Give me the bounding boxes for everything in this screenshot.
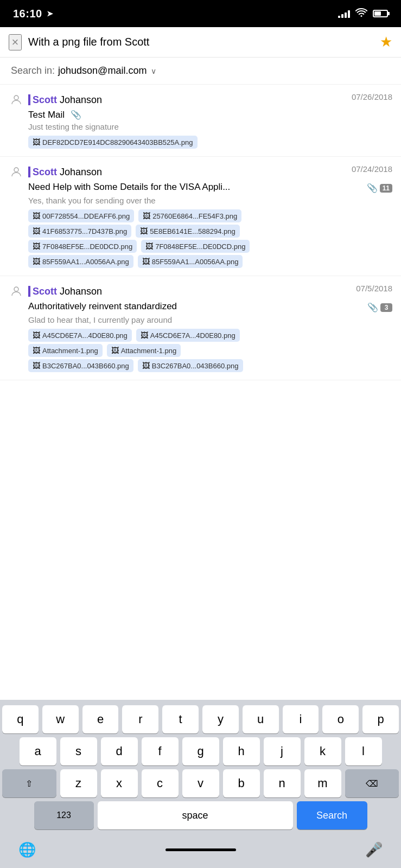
key-b[interactable]: b <box>223 769 260 797</box>
time-display: 16:10 <box>13 8 42 20</box>
close-button[interactable]: × <box>9 34 22 50</box>
key-p[interactable]: p <box>362 705 399 733</box>
home-indicator <box>166 848 236 851</box>
attachment-tag: 🖼85F559AA1...A0056AA.png <box>138 255 243 268</box>
attachment-tag: 🖼A45CD6E7A...4D0E80.png <box>28 329 132 342</box>
key-n[interactable]: n <box>264 769 301 797</box>
key-i[interactable]: i <box>283 705 319 733</box>
key-d[interactable]: d <box>101 737 138 765</box>
keyboard: q w e r t y u i o p a s d f g h j k l ⇧ … <box>0 700 401 868</box>
email-item-1[interactable]: Scott Johanson 07/26/2018 Test Mail 📎 Ju… <box>0 85 401 157</box>
signal-icon <box>338 9 350 18</box>
key-h[interactable]: h <box>223 737 260 765</box>
email-item-3[interactable]: Scott Johanson 07/5/2018 Authoritatively… <box>0 276 401 380</box>
key-l[interactable]: l <box>345 737 382 765</box>
avatar-icon-3 <box>9 284 24 299</box>
attachment-tag: 🖼B3C267BA0...043B660.png <box>28 359 133 372</box>
keyboard-row-4: 123 space Search <box>2 801 399 829</box>
key-c[interactable]: c <box>142 769 179 797</box>
numbers-key[interactable]: 123 <box>34 801 94 829</box>
attachment-tag: 🖼00F728554...DDEAFF6.png <box>28 209 134 222</box>
battery-icon <box>373 10 388 17</box>
key-u[interactable]: u <box>243 705 279 733</box>
attachments-row-2-2: 🖼41F6853775...7D437B.png 🖼5E8EB6141E...5… <box>28 225 392 238</box>
key-s[interactable]: s <box>60 737 97 765</box>
key-t[interactable]: t <box>162 705 199 733</box>
attachments-row-3-1: 🖼A45CD6E7A...4D0E80.png 🖼A45CD6E7A...4D0… <box>28 329 392 342</box>
avatar-icon-2 <box>9 164 24 180</box>
key-a[interactable]: a <box>20 737 56 765</box>
badge-2: 11 <box>380 184 392 193</box>
sender-row-3: Scott Johanson <box>9 284 102 299</box>
attachments-row-3-2: 🖼Attachment-1.png 🖼Attachment-1.png <box>28 344 392 357</box>
shift-key[interactable]: ⇧ <box>2 769 56 797</box>
email-preview-2: Yes, thank you for sending over the <box>9 196 392 205</box>
search-key[interactable]: Search <box>297 801 367 829</box>
microphone-icon[interactable]: 🎤 <box>365 841 383 858</box>
svg-point-0 <box>14 95 18 100</box>
globe-icon[interactable]: 🌐 <box>18 841 36 858</box>
email-date-row-3: 07/5/2018 <box>351 284 392 293</box>
search-bar: × ★ <box>0 27 401 58</box>
email-subject-2: Need Help with Some Details for the VISA… <box>28 182 230 193</box>
search-in-row[interactable]: Search in: johudson@mail.com ∨ <box>0 58 401 85</box>
attachments-grid-3: 🖼A45CD6E7A...4D0E80.png 🖼A45CD6E7A...4D0… <box>9 329 392 372</box>
key-z[interactable]: z <box>60 769 97 797</box>
attachment-tag: 🖼85F559AA1...A0056AA.png <box>28 255 133 268</box>
chevron-down-icon: ∨ <box>151 67 156 75</box>
clip-icon-3: 📎 <box>367 302 378 312</box>
key-g[interactable]: g <box>182 737 219 765</box>
sender-name-3: Scott Johanson <box>28 286 102 297</box>
search-input[interactable] <box>28 36 373 48</box>
status-time: 16:10 ➤ <box>13 8 53 20</box>
key-f[interactable]: f <box>142 737 179 765</box>
attachment-tag: 🖼5E8EB6141E...588294.png <box>136 225 240 238</box>
keyboard-row-3: ⇧ z x c v b n m ⌫ <box>2 769 399 797</box>
key-m[interactable]: m <box>304 769 341 797</box>
svg-point-1 <box>14 168 18 172</box>
attachments-grid: 🖼 DEF82DCD7E914DC88290643403BB525A.png <box>9 136 392 149</box>
attachment-tag: 🖼 DEF82DCD7E914DC88290643403BB525A.png <box>28 136 198 149</box>
attachments-row-2-3: 🖼7F0848EF5E...DE0DCD.png 🖼7F0848EF5E...D… <box>28 240 392 253</box>
attachment-tag: 🖼7F0848EF5E...DE0DCD.png <box>28 240 137 253</box>
svg-point-2 <box>14 287 18 291</box>
attachment-tag: 🖼Attachment-1.png <box>107 344 181 357</box>
attachments-row-2-1: 🖼00F728554...DDEAFF6.png 🖼25760E6864...F… <box>28 209 392 222</box>
results-list: Scott Johanson 07/26/2018 Test Mail 📎 Ju… <box>0 85 401 380</box>
attachment-tag: 🖼25760E6864...FE54F3.png <box>138 209 241 222</box>
key-w[interactable]: w <box>42 705 79 733</box>
sender-name-2: Scott Johanson <box>28 167 102 178</box>
status-bar: 16:10 ➤ <box>0 0 401 27</box>
attachment-tag: 🖼Attachment-1.png <box>28 344 103 357</box>
key-e[interactable]: e <box>82 705 119 733</box>
wifi-icon <box>355 8 367 20</box>
attachment-tag: 🖼41F6853775...7D437B.png <box>28 225 131 238</box>
email-header-3: Scott Johanson 07/5/2018 <box>9 284 392 299</box>
key-k[interactable]: k <box>304 737 341 765</box>
email-subject: Test Mail 📎 <box>9 110 392 120</box>
star-icon[interactable]: ★ <box>380 34 392 50</box>
sender-name: Scott Johanson <box>28 94 102 106</box>
key-x[interactable]: x <box>101 769 138 797</box>
key-q[interactable]: q <box>2 705 39 733</box>
key-j[interactable]: j <box>264 737 301 765</box>
backspace-key[interactable]: ⌫ <box>345 769 399 797</box>
badge-3: 3 <box>380 303 392 312</box>
email-preview-3: Glad to hear that, I currently pay aroun… <box>9 315 392 324</box>
email-preview: Just testing the signature <box>9 122 392 131</box>
search-in-label: Search in: <box>11 65 55 76</box>
key-y[interactable]: y <box>202 705 239 733</box>
keyboard-row-2: a s d f g h j k l <box>2 737 399 765</box>
key-v[interactable]: v <box>182 769 219 797</box>
email-date-row: 07/26/2018 <box>346 92 392 101</box>
email-item-2[interactable]: Scott Johanson 07/24/2018 Need Help with… <box>0 157 401 276</box>
email-date-2: 07/24/2018 <box>352 164 392 174</box>
email-header-2: Scott Johanson 07/24/2018 <box>9 164 392 180</box>
avatar-icon <box>9 92 24 107</box>
attachment-tag: 🖼7F0848EF5E...DE0DCD.png <box>141 240 250 253</box>
space-key[interactable]: space <box>98 801 293 829</box>
sender-row-2: Scott Johanson <box>9 164 102 180</box>
key-o[interactable]: o <box>322 705 359 733</box>
attachments-row-3-3: 🖼B3C267BA0...043B660.png 🖼B3C267BA0...04… <box>28 359 392 372</box>
key-r[interactable]: r <box>122 705 158 733</box>
